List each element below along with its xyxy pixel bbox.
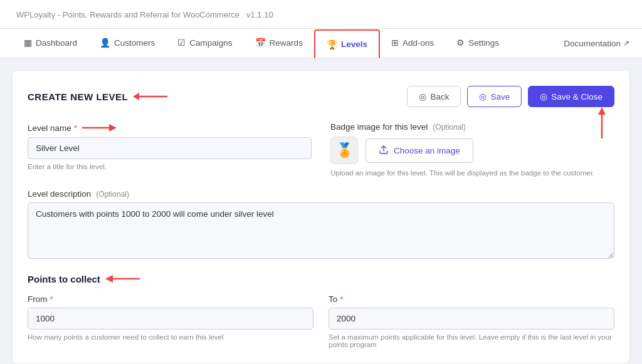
points-from-label: From * [28,294,313,304]
levels-icon: 🏆 [327,39,337,49]
points-from-required: * [50,294,53,304]
badge-placeholder: 🏅 [330,137,358,164]
nav-item-addons[interactable]: ⊞ Add-ons [380,29,445,58]
description-section: Level description (Optional) Customers w… [28,189,614,261]
main-content: CREATE NEW LEVEL ◎ Back ◎ Save [0,58,642,364]
badge-image-label: Badge image for this level (Optional) [330,122,614,132]
navigation: ▦ Dashboard 👤 Customers ☑ Campaigns 📅 Re… [0,29,642,58]
back-icon: ◎ [419,91,426,101]
points-from-input[interactable] [28,308,313,330]
create-level-card: CREATE NEW LEVEL ◎ Back ◎ Save [13,71,629,363]
nav-label-campaigns: Campaigns [189,38,232,48]
description-label: Level description (Optional) [28,189,614,199]
nav-label-levels: Levels [341,39,367,49]
svg-marker-3 [598,107,606,115]
image-upload-icon [379,145,389,157]
back-label: Back [430,92,449,101]
description-textarea[interactable]: Customers with points 1000 to 2000 will … [28,202,614,259]
badge-image-hint: Upload an image for this level. This wil… [330,169,614,177]
points-title: Points to collect [28,273,614,284]
nav-label-addons: Add-ons [403,38,434,48]
level-name-arrow-icon [82,122,117,133]
title-arrow-icon [133,90,171,103]
nav-documentation[interactable]: Documentation ↗ [564,30,629,57]
points-title-text: Points to collect [28,274,100,284]
external-link-icon: ↗ [623,39,629,48]
nav-item-campaigns[interactable]: ☑ Campaigns [166,29,243,58]
nav-label-dashboard: Dashboard [36,38,77,48]
level-name-input[interactable] [28,137,312,159]
app-title-text: WPLoyalty - Points, Rewards and Referral… [16,10,239,19]
header-actions: ◎ Back ◎ Save ◎ Save & Close [407,86,614,107]
save-close-button[interactable]: ◎ Save & Close [528,86,614,107]
points-to-hint: Set a maximum points applicable for this… [329,333,614,348]
nav-item-customers[interactable]: 👤 Customers [88,29,166,58]
level-name-required: * [74,123,77,133]
description-label-text: Level description [28,189,91,199]
save-close-icon: ◎ [540,91,547,101]
save-close-label: Save & Close [551,92,603,101]
nav-item-levels[interactable]: 🏆 Levels [314,29,380,58]
card-header: CREATE NEW LEVEL ◎ Back ◎ Save [28,86,614,107]
points-section: Points to collect From * How many points… [28,273,614,348]
app-version: v1.1.10 [246,10,273,19]
app-header: WPLoyalty - Points, Rewards and Referral… [0,0,642,29]
app-title: WPLoyalty - Points, Rewards and Referral… [13,8,273,20]
points-arrow-icon [105,273,143,284]
back-button[interactable]: ◎ Back [407,86,461,107]
choose-image-label: Choose an image [394,146,460,155]
level-name-label-text: Level name [28,123,71,133]
badge-image-label-text: Badge image for this level [330,122,428,132]
points-to-group: To * Set a maximum points applicable for… [329,294,614,348]
description-optional: (Optional) [96,190,129,199]
dashboard-icon: ▦ [24,38,32,48]
save-icon: ◎ [479,91,487,101]
campaigns-icon: ☑ [177,38,186,48]
page-title: CREATE NEW LEVEL [28,91,128,102]
points-to-required: * [340,294,343,304]
save-label: Save [490,92,510,101]
nav-label-settings: Settings [468,38,499,48]
nav-label-customers: Customers [114,38,155,48]
points-to-label-text: To [329,294,337,304]
points-to-input[interactable] [329,308,614,330]
badge-image-row: 🏅 Choose an image [330,137,614,164]
badge-star-icon: 🏅 [336,142,353,159]
points-to-label: To * [329,294,614,304]
badge-image-group: Badge image for this level (Optional) 🏅 [330,122,614,177]
customers-icon: 👤 [100,38,110,48]
rewards-icon: 📅 [255,38,266,48]
addons-icon: ⊞ [391,38,399,48]
points-grid: From * How many points a customer need t… [28,294,614,348]
points-from-group: From * How many points a customer need t… [28,294,313,348]
nav-item-settings[interactable]: ⚙ Settings [445,29,510,58]
form-row-1: Level name * Enter a title for this leve… [28,122,614,177]
level-name-group: Level name * Enter a title for this leve… [28,122,312,177]
choose-image-button[interactable]: Choose an image [366,138,473,163]
points-from-label-text: From [28,294,48,304]
nav-label-rewards: Rewards [270,38,303,48]
level-name-label: Level name * [28,122,312,133]
nav-item-dashboard[interactable]: ▦ Dashboard [13,29,88,58]
settings-icon: ⚙ [456,38,465,48]
svg-marker-1 [133,93,139,100]
level-name-hint: Enter a title for this level. [28,163,312,170]
badge-image-optional: (Optional) [433,123,466,132]
svg-marker-8 [105,275,113,283]
svg-marker-5 [109,124,117,132]
nav-item-rewards[interactable]: 📅 Rewards [244,29,314,58]
save-button[interactable]: ◎ Save [467,86,522,107]
save-close-wrapper: ◎ Save & Close [528,86,614,107]
documentation-label: Documentation [564,39,621,48]
points-from-hint: How many points a customer need to colle… [28,333,313,341]
